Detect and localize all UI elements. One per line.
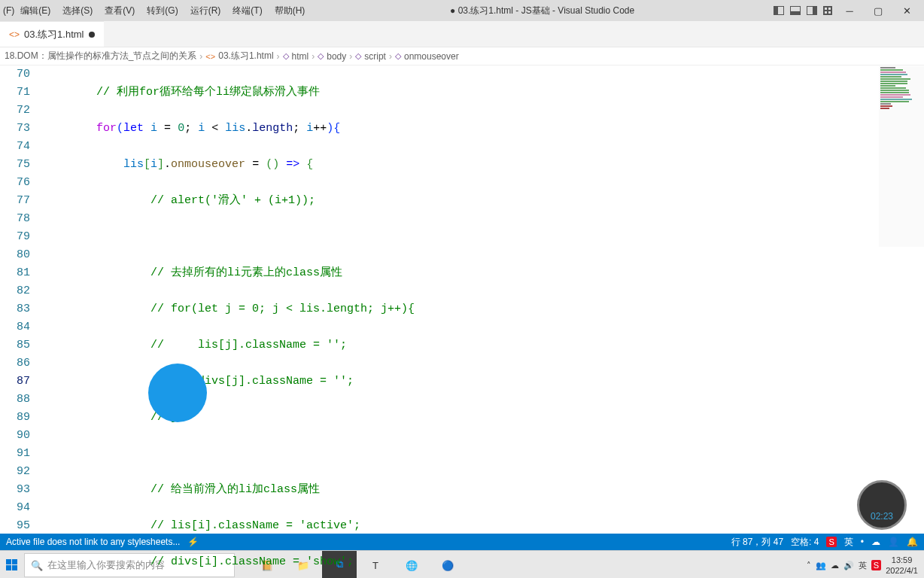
menu-bar: 编辑(E) 选择(S) 查看(V) 转到(G) 运行(R) 终端(T) 帮助(H…	[14, 0, 311, 21]
menu-select[interactable]: 选择(S)	[56, 5, 99, 17]
chevron-right-icon: ›	[277, 51, 280, 62]
line-number[interactable]: 80	[0, 246, 30, 264]
line-number[interactable]: 78	[0, 210, 30, 228]
line-number[interactable]: 91	[0, 445, 30, 463]
line-number[interactable]: 72	[0, 102, 30, 120]
breadcrumb[interactable]: 18.DOM：属性操作的标准方法_节点之间的关系 › <> 03.练习1.htm…	[0, 47, 924, 65]
recording-time: 02:23	[871, 511, 893, 522]
line-number[interactable]: 73	[0, 120, 30, 138]
line-number[interactable]: 70	[0, 65, 30, 84]
minimize-button[interactable]: ─	[838, 3, 861, 18]
line-number[interactable]: 74	[0, 138, 30, 156]
line-number[interactable]: 71	[0, 84, 30, 102]
file-menu-label[interactable]: (F)	[0, 5, 14, 16]
title-bar: (F) 编辑(E) 选择(S) 查看(V) 转到(G) 运行(R) 终端(T) …	[0, 0, 924, 21]
line-number[interactable]: 87	[0, 373, 30, 391]
title-bar-right: ─ ▢ ✕	[774, 3, 924, 18]
menu-edit[interactable]: 编辑(E)	[14, 5, 56, 17]
html-file-icon: <>	[205, 52, 215, 61]
chevron-right-icon: ›	[389, 51, 392, 62]
close-button[interactable]: ✕	[895, 3, 918, 18]
line-number[interactable]: 75	[0, 156, 30, 174]
line-number[interactable]: 81	[0, 264, 30, 282]
symbol-icon: ◇	[395, 51, 401, 61]
layout-right-icon[interactable]	[807, 6, 817, 15]
minimap[interactable]	[879, 66, 924, 247]
line-number[interactable]: 79	[0, 228, 30, 246]
code-token: for	[96, 122, 117, 135]
line-number[interactable]: 88	[0, 391, 30, 409]
cursor-highlight-icon	[148, 364, 207, 422]
layout-bottom-icon[interactable]	[790, 6, 801, 15]
breadcrumb-folder[interactable]: 18.DOM：属性操作的标准方法_节点之间的关系	[5, 50, 196, 62]
line-number[interactable]: 82	[0, 282, 30, 300]
dirty-indicator-icon	[89, 32, 95, 38]
line-number[interactable]: 77	[0, 192, 30, 210]
editor-tab[interactable]: <> 03.练习1.html	[0, 21, 104, 47]
menu-view[interactable]: 查看(V)	[99, 5, 141, 17]
tab-bar: <> 03.练习1.html	[0, 21, 924, 47]
line-number[interactable]: 93	[0, 481, 30, 499]
recording-timer-badge: 02:23	[857, 480, 907, 530]
breadcrumb-script[interactable]: script	[364, 51, 386, 62]
line-number[interactable]: 95	[0, 517, 30, 535]
code-content[interactable]: // 利用for循环给每个li绑定鼠标滑入事件 for(let i = 0; i…	[42, 65, 924, 534]
code-comment: // 利用for循环给每个li绑定鼠标滑入事件	[96, 86, 320, 99]
tab-filename: 03.练习1.html	[24, 28, 84, 41]
line-number[interactable]: 84	[0, 318, 30, 336]
line-gutter[interactable]: 7071727374757677787980818283848586878889…	[0, 65, 42, 534]
line-number[interactable]: 86	[0, 354, 30, 373]
line-number[interactable]: 85	[0, 336, 30, 354]
menu-help[interactable]: 帮助(H)	[269, 5, 312, 17]
breadcrumb-onmouseover[interactable]: onmouseover	[404, 51, 459, 62]
breadcrumb-body[interactable]: body	[327, 51, 346, 62]
symbol-icon: ◇	[355, 51, 361, 61]
layout-grid-icon[interactable]	[823, 6, 832, 15]
menu-goto[interactable]: 转到(G)	[141, 5, 184, 17]
line-number[interactable]: 89	[0, 409, 30, 427]
breadcrumb-file[interactable]: 03.练习1.html	[218, 50, 273, 62]
line-number[interactable]: 92	[0, 463, 30, 481]
editor[interactable]: 7071727374757677787980818283848586878889…	[0, 65, 924, 534]
start-button[interactable]	[6, 559, 18, 571]
line-number[interactable]: 90	[0, 427, 30, 445]
line-number[interactable]: 76	[0, 174, 30, 192]
chevron-right-icon: ›	[349, 51, 352, 62]
symbol-icon: ◇	[283, 51, 289, 61]
window-title: ● 03.练习1.html - JS基础 - Visual Studio Cod…	[311, 5, 774, 17]
html-file-icon: <>	[9, 29, 20, 40]
chevron-right-icon: ›	[312, 51, 315, 62]
layout-left-icon[interactable]	[774, 6, 784, 15]
menu-terminal[interactable]: 终端(T)	[226, 5, 268, 17]
line-number[interactable]: 83	[0, 300, 30, 318]
maximize-button[interactable]: ▢	[867, 3, 889, 18]
chevron-right-icon: ›	[199, 51, 202, 62]
symbol-icon: ◇	[318, 51, 324, 61]
menu-run[interactable]: 运行(R)	[184, 5, 227, 17]
breadcrumb-html[interactable]: html	[292, 51, 309, 62]
line-number[interactable]: 94	[0, 499, 30, 517]
search-icon: 🔍	[31, 560, 43, 571]
